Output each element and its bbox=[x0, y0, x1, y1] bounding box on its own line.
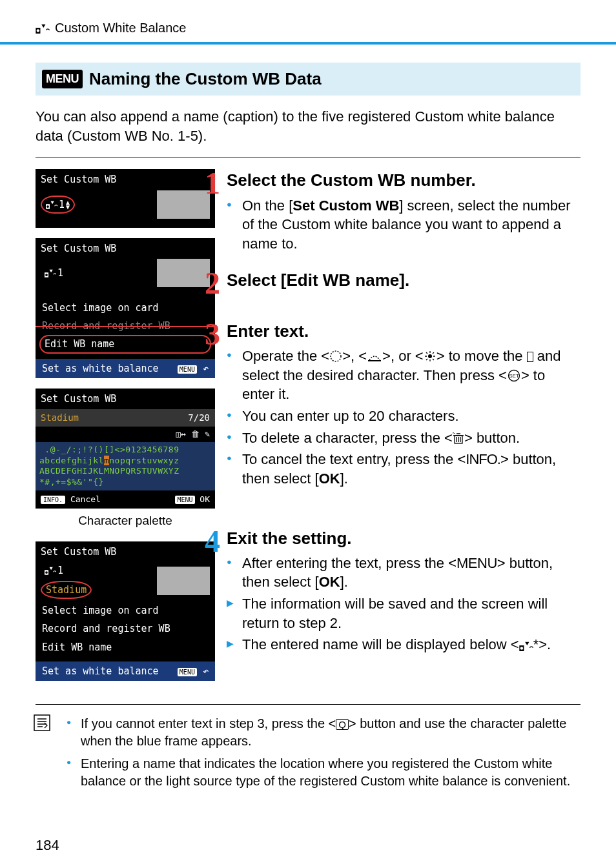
step-result: The information will be saved and the sc… bbox=[227, 594, 580, 632]
screen-title: Set Custom WB bbox=[36, 169, 215, 187]
custom-wb-icon bbox=[46, 200, 57, 209]
svg-marker-5 bbox=[51, 201, 54, 204]
trash-icon bbox=[453, 432, 464, 445]
caption: Character palette bbox=[36, 512, 215, 529]
back-icon: ↶ bbox=[203, 665, 209, 677]
preview-thumbnail bbox=[157, 567, 210, 595]
ok-label[interactable]: OK bbox=[200, 494, 210, 504]
svg-point-14 bbox=[428, 354, 432, 358]
svg-marker-2 bbox=[41, 24, 45, 27]
main-dial-icon bbox=[367, 351, 382, 363]
switch-icon[interactable]: ◫↔ bbox=[176, 429, 187, 440]
svg-point-7 bbox=[45, 274, 48, 276]
selected-char: m bbox=[104, 456, 109, 465]
step-number: 4 bbox=[205, 521, 220, 563]
divider bbox=[0, 42, 616, 45]
set-as-wb-button[interactable]: Set as white balance bbox=[42, 362, 159, 375]
step-result: The entered name will be displayed below… bbox=[227, 635, 580, 654]
custom-wb-icon bbox=[45, 268, 56, 278]
svg-point-12 bbox=[331, 351, 341, 361]
note-item: If you cannot enter text in step 3, pres… bbox=[67, 715, 580, 750]
svg-marker-8 bbox=[50, 270, 53, 273]
custom-wb-icon bbox=[36, 23, 50, 34]
wb-name-label: Stadium bbox=[41, 581, 92, 599]
menu-item[interactable]: Record and register WB bbox=[36, 620, 215, 638]
cursor-box-icon bbox=[527, 352, 533, 362]
note-icon bbox=[33, 714, 51, 732]
step-bullet: You can enter up to 20 characters. bbox=[227, 407, 580, 426]
divider bbox=[36, 157, 580, 157]
intro-text: You can also append a name (caption) to … bbox=[36, 107, 580, 145]
input-mode-icon[interactable]: ✎ bbox=[205, 429, 210, 440]
char-count: 7/20 bbox=[188, 412, 210, 424]
page-number: 184 bbox=[36, 836, 59, 855]
wb-number-selector[interactable]: 1 ▲▼ bbox=[41, 196, 75, 214]
step-title: Exit the setting. bbox=[227, 527, 580, 550]
svg-point-1 bbox=[37, 29, 39, 32]
custom-wb-icon bbox=[519, 641, 533, 651]
menu-icon: MENU bbox=[178, 668, 197, 676]
screen-title: Set Custom WB bbox=[36, 389, 215, 409]
info-button-icon: INFO. bbox=[41, 496, 65, 504]
set-as-wb-button[interactable]: Set as white balance bbox=[42, 665, 159, 678]
camera-screen-1: Set Custom WB 1 ▲▼ bbox=[36, 169, 215, 227]
step-number: 1 bbox=[205, 163, 220, 205]
cancel-label[interactable]: Cancel bbox=[70, 494, 101, 504]
wb-number: 1 bbox=[41, 265, 67, 281]
svg-text:SET: SET bbox=[509, 373, 519, 379]
menu-item[interactable]: Select image on card bbox=[36, 299, 215, 317]
menu-item[interactable]: Edit WB name bbox=[36, 638, 215, 656]
section-heading: MENU Naming the Custom WB Data bbox=[36, 63, 580, 96]
character-palette[interactable]: .@-_/:;!?()[]<>0123456789 abcdefghijklmn… bbox=[36, 442, 215, 491]
step-number: 2 bbox=[205, 263, 220, 305]
menu-icon: MENU bbox=[175, 496, 194, 504]
wb-number: 1 bbox=[41, 563, 92, 578]
menu-item[interactable]: Select image on card bbox=[36, 601, 215, 620]
menu-item[interactable]: Record and register WB bbox=[36, 317, 215, 335]
breadcrumb: Custom White Balance bbox=[36, 19, 580, 37]
multi-controller-icon bbox=[424, 350, 436, 363]
step-bullet: To cancel the text entry, press the <INF… bbox=[227, 450, 580, 488]
quick-control-dial-icon bbox=[329, 350, 342, 363]
svg-point-10 bbox=[45, 571, 48, 574]
step-bullet: On the [Set Custom WB] screen, select th… bbox=[227, 196, 580, 254]
step-number: 3 bbox=[205, 314, 220, 356]
custom-wb-icon bbox=[45, 566, 56, 575]
screen-title: Set Custom WB bbox=[36, 238, 215, 256]
menu-icon: MENU bbox=[178, 365, 197, 374]
wb-number: 1 bbox=[59, 198, 65, 211]
svg-rect-13 bbox=[368, 360, 381, 361]
svg-marker-11 bbox=[50, 567, 53, 570]
menu-item-selected[interactable]: Edit WB name bbox=[39, 335, 211, 353]
preview-thumbnail bbox=[157, 259, 210, 287]
svg-marker-20 bbox=[525, 642, 529, 645]
screen-title: Set Custom WB bbox=[36, 541, 215, 560]
menu-label: MENU bbox=[42, 70, 83, 88]
q-button-icon: Q bbox=[336, 719, 349, 730]
camera-screen-3: Set Custom WB Stadium 7/20 ◫↔ 🗑 ✎ .@-_/:… bbox=[36, 389, 215, 509]
svg-point-19 bbox=[520, 647, 522, 650]
step-title: Select the Custom WB number. bbox=[227, 169, 580, 192]
breadcrumb-text: Custom White Balance bbox=[55, 19, 186, 37]
camera-screen-2: Set Custom WB 1 Select image on card Rec… bbox=[36, 238, 215, 378]
step-title: Select [Edit WB name]. bbox=[227, 269, 580, 292]
svg-rect-21 bbox=[34, 715, 50, 731]
svg-point-4 bbox=[46, 205, 49, 208]
note-item: Entering a name that indicates the locat… bbox=[67, 755, 580, 790]
step-bullet: Operate the <>, <>, or <> to move the an… bbox=[227, 347, 580, 404]
step-bullet: To delete a character, press the <> butt… bbox=[227, 429, 580, 448]
step-bullet: After entering the text, press the <MENU… bbox=[227, 554, 580, 592]
spinner-arrows-icon: ▲▼ bbox=[66, 200, 70, 209]
notes-section: If you cannot enter text in step 3, pres… bbox=[36, 704, 580, 790]
set-button-icon: SET bbox=[507, 369, 521, 382]
back-icon: ↶ bbox=[203, 363, 209, 374]
preview-thumbnail bbox=[157, 190, 210, 219]
trash-icon[interactable]: 🗑 bbox=[191, 429, 200, 440]
camera-screen-4: Set Custom WB 1 Stadium Select image on … bbox=[36, 541, 215, 681]
section-title-text: Naming the Custom WB Data bbox=[89, 68, 322, 90]
step-title: Enter text. bbox=[227, 320, 580, 343]
text-input[interactable]: Stadium bbox=[41, 412, 79, 424]
